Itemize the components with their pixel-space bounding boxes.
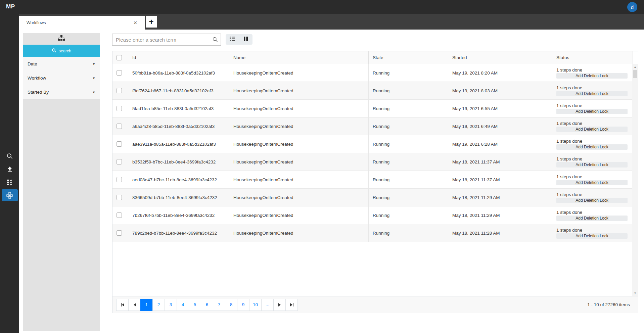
cell-id: 789c2bed-b7bb-11eb-8ee4-3699fa3c4232 (128, 224, 229, 242)
page-button-3[interactable]: 3 (165, 299, 177, 311)
row-checkbox[interactable] (117, 70, 122, 76)
search-button[interactable]: search (23, 45, 100, 57)
cell-state: Running (369, 64, 448, 82)
column-header-started[interactable]: Started (448, 51, 552, 64)
header-scroll-gutter (633, 51, 638, 64)
cell-status: 1 steps done Add Deletion Lock (552, 153, 633, 171)
last-page-button[interactable] (285, 299, 298, 311)
vertical-scrollbar[interactable]: ▲ ▼ (632, 64, 638, 296)
cell-state: Running (369, 153, 448, 171)
grid-header: Id Name State Started Status (112, 51, 638, 64)
top-bar: MP d (0, 0, 644, 14)
row-checkbox[interactable] (117, 141, 122, 147)
row-checkbox[interactable] (117, 106, 122, 111)
add-deletion-lock-button[interactable]: Add Deletion Lock (556, 180, 628, 185)
table-row[interactable]: 789c2bed-b7bb-11eb-8ee4-3699fa3c4232 Hou… (112, 224, 633, 242)
cell-state: Running (369, 206, 448, 224)
page-button-2[interactable]: 2 (152, 299, 165, 311)
column-header-id[interactable]: Id (128, 51, 229, 64)
cell-started: May 18, 2021 11:28 AM (448, 224, 552, 242)
rail-item-search[interactable] (0, 149, 19, 162)
rail-item-workflows[interactable] (2, 189, 18, 201)
table-row[interactable]: 8366509d-b7bb-11eb-8ee4-3699fa3c4232 Hou… (112, 189, 633, 206)
rail-item-tasks[interactable] (0, 176, 19, 189)
add-deletion-lock-button[interactable]: Add Deletion Lock (556, 216, 628, 221)
page-button-9[interactable]: 9 (237, 299, 249, 311)
more-pages-button[interactable]: ... (261, 299, 274, 311)
add-deletion-lock-button[interactable]: Add Deletion Lock (556, 109, 628, 114)
steps-done-label: 1 steps done (556, 121, 628, 126)
pause-button[interactable] (239, 34, 252, 45)
row-checkbox[interactable] (117, 88, 122, 93)
add-deletion-lock-button[interactable]: Add Deletion Lock (556, 198, 628, 203)
table-row[interactable]: 5fad1fea-b85e-11eb-883f-0a5d32102af3 Hou… (112, 100, 633, 117)
page-button-1[interactable]: 1 (140, 299, 153, 311)
checklist-view-button[interactable] (226, 34, 239, 45)
add-deletion-lock-button[interactable]: Add Deletion Lock (556, 91, 628, 96)
steps-done-label: 1 steps done (556, 85, 628, 91)
search-input[interactable] (112, 34, 221, 46)
filter-section-label: Workflow (28, 76, 92, 81)
table-row[interactable]: 50fbb81a-b86a-11eb-883f-0a5d32102af3 Hou… (112, 64, 633, 82)
next-page-button[interactable] (273, 299, 286, 311)
row-checkbox[interactable] (117, 212, 122, 218)
tab-label: Workflows (27, 20, 131, 25)
filter-section-date[interactable]: Date ▼ (23, 57, 100, 71)
select-all-checkbox[interactable] (117, 55, 122, 60)
scrollbar-thumb[interactable] (633, 70, 637, 78)
search-input-icon[interactable] (212, 37, 218, 44)
steps-done-label: 1 steps done (556, 156, 628, 162)
row-checkbox[interactable] (117, 177, 122, 182)
cell-status: 1 steps done Add Deletion Lock (552, 117, 633, 135)
first-page-button[interactable] (116, 299, 129, 311)
table-row[interactable]: aae3911a-b85a-11eb-883f-0a5d32102af3 Hou… (112, 135, 633, 153)
add-deletion-lock-button[interactable]: Add Deletion Lock (556, 144, 628, 150)
upload-icon (6, 166, 13, 173)
filter-section-started-by[interactable]: Started By ▼ (23, 85, 100, 99)
add-deletion-lock-button[interactable]: Add Deletion Lock (556, 162, 628, 168)
column-header-state[interactable]: State (369, 51, 448, 64)
filter-section-workflow[interactable]: Workflow ▼ (23, 71, 100, 85)
table-row[interactable]: aed08e47-b7bc-11eb-8ee4-3699fa3c4232 Hou… (112, 171, 633, 189)
rail-item-upload[interactable] (0, 162, 19, 176)
page-button-8[interactable]: 8 (225, 299, 237, 311)
row-checkbox[interactable] (117, 195, 122, 200)
row-checkbox[interactable] (117, 159, 122, 164)
previous-page-button[interactable] (128, 299, 141, 311)
table-row[interactable]: a6aa4cf8-b85d-11eb-883f-0a5d32102af3 Hou… (112, 117, 633, 135)
cell-name: HousekeepingOnItemCreated (229, 153, 369, 171)
user-avatar[interactable]: d (627, 2, 637, 12)
add-deletion-lock-button[interactable]: Add Deletion Lock (556, 127, 628, 132)
page-button-10[interactable]: 10 (249, 299, 262, 311)
scroll-down-arrow-icon[interactable]: ▼ (632, 290, 638, 296)
cell-name: HousekeepingOnItemCreated (229, 189, 369, 206)
search-icon (6, 153, 13, 159)
tab-close-icon[interactable]: ✕ (131, 19, 139, 26)
add-deletion-lock-button[interactable]: Add Deletion Lock (556, 73, 628, 79)
row-checkbox[interactable] (117, 124, 122, 129)
cell-status: 1 steps done Add Deletion Lock (552, 189, 633, 206)
cell-status: 1 steps done Add Deletion Lock (552, 171, 633, 188)
cell-state: Running (369, 82, 448, 99)
filter-section-label: Started By (28, 90, 92, 95)
add-tab-button[interactable]: + (146, 16, 157, 28)
page-button-7[interactable]: 7 (213, 299, 225, 311)
page-button-6[interactable]: 6 (201, 299, 213, 311)
add-deletion-lock-button[interactable]: Add Deletion Lock (556, 233, 628, 239)
column-header-name[interactable]: Name (229, 51, 369, 64)
column-header-status[interactable]: Status (552, 51, 633, 64)
scroll-up-arrow-icon[interactable]: ▲ (632, 64, 638, 70)
cell-name: HousekeepingOnItemCreated (229, 64, 369, 82)
table-row[interactable]: b3532f59-b7bc-11eb-8ee4-3699fa3c4232 Hou… (112, 153, 633, 171)
cell-started: May 18, 2021 11:29 AM (448, 189, 552, 206)
table-row[interactable]: f8cf7624-b867-11eb-883f-0a5d32102af3 Hou… (112, 82, 633, 100)
page-button-4[interactable]: 4 (177, 299, 189, 311)
filter-panel: search Date ▼ Workflow ▼ Started By ▼ (23, 33, 100, 331)
tab-workflows[interactable]: Workflows ✕ (19, 16, 145, 30)
row-checkbox[interactable] (117, 230, 122, 236)
hierarchy-view-button[interactable] (23, 33, 100, 45)
search-field-wrap (112, 34, 221, 46)
page-button-5[interactable]: 5 (189, 299, 201, 311)
cell-started: May 19, 2021 6:28 AM (448, 135, 552, 153)
table-row[interactable]: 7b267f6f-b7bb-11eb-8ee4-3699fa3c4232 Hou… (112, 206, 633, 224)
